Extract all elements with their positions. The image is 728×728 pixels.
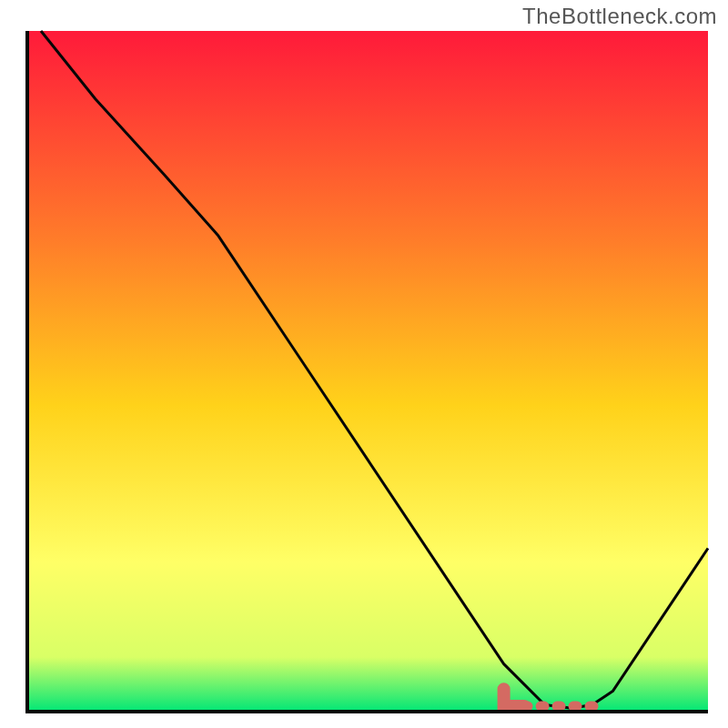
plot-background: [27, 31, 708, 712]
chart-svg: [0, 0, 728, 728]
chart-stage: TheBottleneck.com: [0, 0, 728, 728]
watermark-text: TheBottleneck.com: [522, 4, 717, 29]
